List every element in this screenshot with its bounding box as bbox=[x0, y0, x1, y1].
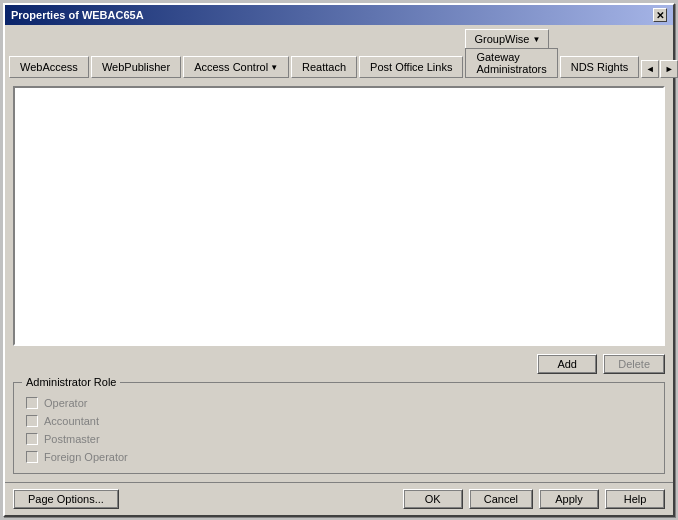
access-control-dropdown-arrow: ▼ bbox=[270, 63, 278, 72]
list-buttons: Add Delete bbox=[13, 354, 665, 374]
label-accountant: Accountant bbox=[44, 415, 99, 427]
checkbox-row-accountant: Accountant bbox=[26, 415, 652, 427]
bottom-bar-right: OK Cancel Apply Help bbox=[403, 489, 665, 509]
admin-role-group: Administrator Role Operator Accountant P… bbox=[13, 382, 665, 474]
checkbox-row-operator: Operator bbox=[26, 397, 652, 409]
tab-webpublisher[interactable]: WebPublisher bbox=[91, 56, 181, 78]
tab-nav-arrows: ◄ ► bbox=[641, 60, 678, 78]
cancel-button[interactable]: Cancel bbox=[469, 489, 533, 509]
gateway-admin-list[interactable] bbox=[13, 86, 665, 346]
tab-reattach[interactable]: Reattach bbox=[291, 56, 357, 78]
tab-post-office-links[interactable]: Post Office Links bbox=[359, 56, 463, 78]
close-button[interactable]: ✕ bbox=[653, 8, 667, 22]
checkbox-operator[interactable] bbox=[26, 397, 38, 409]
ok-button[interactable]: OK bbox=[403, 489, 463, 509]
bottom-bar-left: Page Options... bbox=[13, 489, 397, 509]
tab-groupwise-container: GroupWise ▼ Gateway Administrators bbox=[465, 29, 557, 78]
page-options-button[interactable]: Page Options... bbox=[13, 489, 119, 509]
tab-nds-rights[interactable]: NDS Rights bbox=[560, 56, 639, 78]
checkbox-accountant[interactable] bbox=[26, 415, 38, 427]
tab-nav-prev[interactable]: ◄ bbox=[641, 60, 659, 78]
tabs-row: WebAccess WebPublisher Access Control ▼ … bbox=[9, 29, 669, 78]
label-foreign-operator: Foreign Operator bbox=[44, 451, 128, 463]
tab-gateway-administrators[interactable]: Gateway Administrators bbox=[465, 48, 557, 78]
checkbox-row-foreign-operator: Foreign Operator bbox=[26, 451, 652, 463]
label-postmaster: Postmaster bbox=[44, 433, 100, 445]
tab-groupwise[interactable]: GroupWise ▼ bbox=[465, 29, 549, 48]
tab-access-control[interactable]: Access Control ▼ bbox=[183, 56, 289, 78]
checkbox-foreign-operator[interactable] bbox=[26, 451, 38, 463]
help-button[interactable]: Help bbox=[605, 489, 665, 509]
add-button[interactable]: Add bbox=[537, 354, 597, 374]
apply-button[interactable]: Apply bbox=[539, 489, 599, 509]
checkbox-postmaster[interactable] bbox=[26, 433, 38, 445]
content-area: Add Delete Administrator Role Operator A… bbox=[5, 78, 673, 482]
checkbox-row-postmaster: Postmaster bbox=[26, 433, 652, 445]
delete-button[interactable]: Delete bbox=[603, 354, 665, 374]
tabs-container: WebAccess WebPublisher Access Control ▼ … bbox=[5, 25, 673, 78]
bottom-bar: Page Options... OK Cancel Apply Help bbox=[5, 482, 673, 515]
properties-dialog: Properties of WEBAC65A ✕ WebAccess WebPu… bbox=[3, 3, 675, 517]
tab-nav-next[interactable]: ► bbox=[660, 60, 678, 78]
admin-role-legend: Administrator Role bbox=[22, 376, 120, 388]
label-operator: Operator bbox=[44, 397, 87, 409]
tab-webaccess[interactable]: WebAccess bbox=[9, 56, 89, 78]
title-bar: Properties of WEBAC65A ✕ bbox=[5, 5, 673, 25]
groupwise-dropdown-arrow: ▼ bbox=[532, 35, 540, 44]
dialog-title: Properties of WEBAC65A bbox=[11, 9, 144, 21]
